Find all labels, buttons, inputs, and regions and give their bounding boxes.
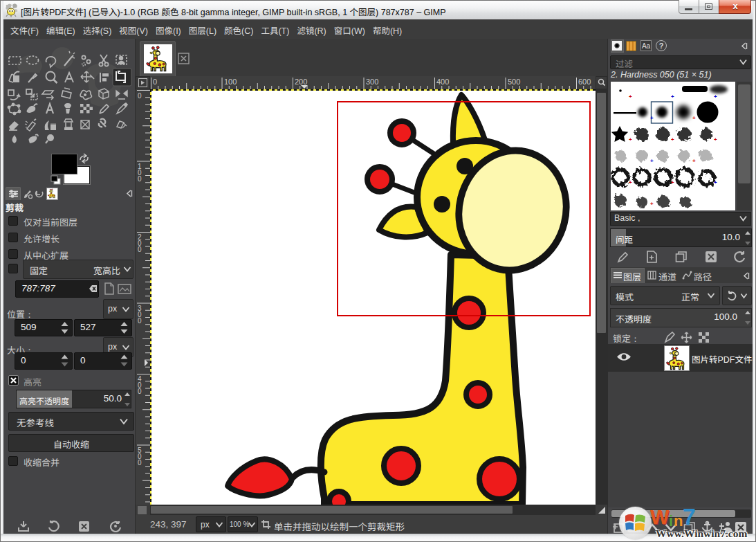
svg-text:+: + bbox=[692, 158, 696, 164]
svg-text:+: + bbox=[714, 93, 717, 100]
svg-text:400: 400 bbox=[436, 78, 449, 86]
svg-text:500: 500 bbox=[508, 78, 520, 86]
svg-text:+: + bbox=[714, 136, 717, 143]
svg-text:600: 600 bbox=[578, 78, 591, 86]
svg-text:+: + bbox=[671, 93, 674, 100]
svg-text:+: + bbox=[650, 201, 654, 207]
svg-text:0: 0 bbox=[138, 92, 142, 100]
svg-text:200: 200 bbox=[295, 78, 307, 86]
svg-text:0: 0 bbox=[138, 246, 142, 253]
svg-text:+: + bbox=[671, 179, 674, 186]
svg-text:0: 0 bbox=[138, 459, 142, 467]
svg-text:+: + bbox=[650, 115, 654, 121]
svg-text:+: + bbox=[714, 179, 717, 186]
svg-text:0: 0 bbox=[138, 175, 142, 183]
svg-text:+: + bbox=[629, 179, 632, 186]
svg-text:+: + bbox=[692, 115, 696, 121]
svg-text:300: 300 bbox=[366, 78, 378, 86]
svg-text:+: + bbox=[671, 136, 674, 143]
svg-text:+: + bbox=[650, 158, 654, 164]
svg-text:+: + bbox=[629, 136, 632, 143]
svg-text:100: 100 bbox=[224, 78, 237, 86]
svg-text:0: 0 bbox=[138, 317, 142, 325]
svg-text:+: + bbox=[629, 93, 632, 100]
svg-text:0: 0 bbox=[153, 78, 157, 86]
svg-text:0: 0 bbox=[138, 388, 142, 395]
